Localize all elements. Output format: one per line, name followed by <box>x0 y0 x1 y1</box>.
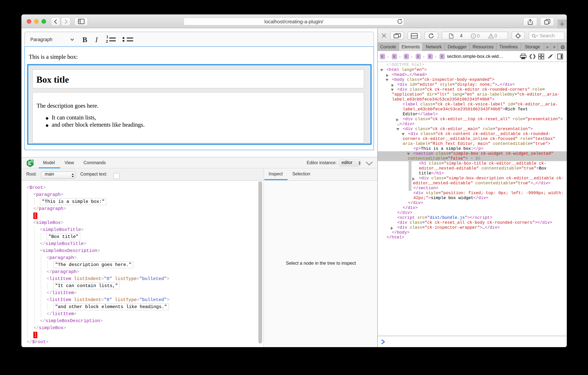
svg-text:2: 2 <box>106 39 108 43</box>
svg-text:1: 1 <box>106 35 108 39</box>
svg-text:5: 5 <box>32 160 33 162</box>
